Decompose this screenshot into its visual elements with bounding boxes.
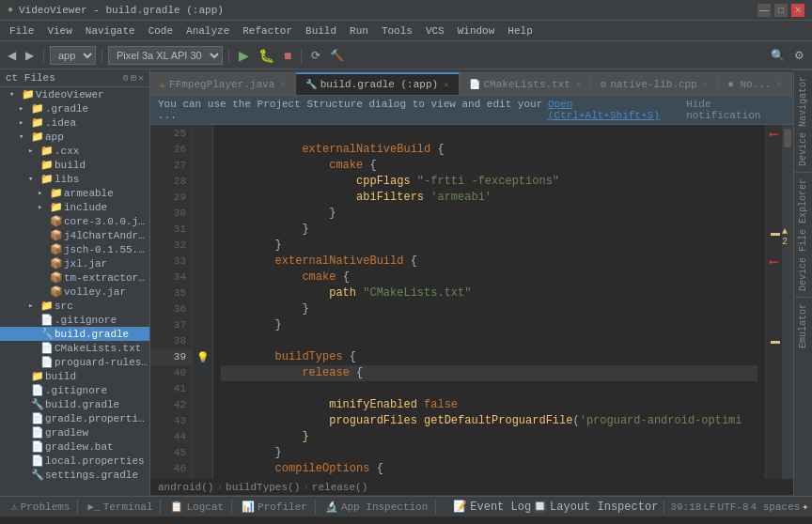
tree-item-proguard[interactable]: ▸ 📄 proguard-rules.pro xyxy=(0,355,149,369)
btab-problems[interactable]: ⚠ Problems xyxy=(4,499,78,515)
line-num-37: 37 xyxy=(150,317,192,333)
tree-item-gitignore-root[interactable]: ▸ 📄 .gitignore xyxy=(0,383,149,397)
run-button[interactable]: ▶ xyxy=(235,46,253,65)
tree-item-gradle[interactable]: ▸ 📁 .gradle xyxy=(0,101,149,116)
editor-area: ☕ FFmpegPlayer.java ✕ 🔧 build.gradle (:a… xyxy=(150,69,793,496)
settings-button[interactable]: ⚙ xyxy=(790,47,808,64)
tab-ffmpeg[interactable]: ☕ FFmpegPlayer.java ✕ xyxy=(150,72,296,95)
menu-code[interactable]: Code xyxy=(143,23,179,39)
stop-button[interactable]: ■ xyxy=(280,46,295,65)
btab-profiler[interactable]: 📊 Profiler xyxy=(234,499,316,515)
logcat-label: Logcat xyxy=(186,501,224,513)
code-line-32: externalNativeBuild { xyxy=(221,254,417,268)
gutter-30 xyxy=(193,206,212,222)
tree-item-build-root[interactable]: ▸ 📁 build xyxy=(0,369,149,383)
tree-item-build-app[interactable]: ▸ 📁 build xyxy=(0,158,149,172)
menu-tools[interactable]: Tools xyxy=(376,23,418,39)
tree-item-volley-jar[interactable]: ▸ 📦 volley.jar xyxy=(0,285,149,299)
menu-run[interactable]: Run xyxy=(344,23,374,39)
tree-item-libs[interactable]: ▾ 📁 libs xyxy=(0,172,149,186)
tab-close-ffmpeg[interactable]: ✕ xyxy=(280,79,285,89)
minimize-button[interactable]: — xyxy=(757,4,771,17)
rpanel-device-file-explorer[interactable]: Device File Explorer xyxy=(795,172,811,297)
tree-item-src[interactable]: ▸ 📁 src xyxy=(0,299,149,313)
breadcrumb-release[interactable]: release() xyxy=(312,482,367,493)
tree-item-gitignore-app[interactable]: ▸ 📄 .gitignore xyxy=(0,313,149,327)
menu-build[interactable]: Build xyxy=(300,23,342,39)
status-event-log[interactable]: 📝 Event Log xyxy=(453,500,531,514)
tree-item-local-properties[interactable]: ▸ 📄 local.properties xyxy=(0,454,149,468)
tab-close-cmakelists[interactable]: ✕ xyxy=(576,79,581,89)
tree-item-gradlew-bat[interactable]: ▸ 📄 gradlew.bat xyxy=(0,439,149,454)
rg-42 xyxy=(766,397,782,413)
menu-file[interactable]: File xyxy=(4,23,39,39)
tab-buildgradle[interactable]: 🔧 build.gradle (:app) ✕ xyxy=(296,72,460,95)
breadcrumb-buildtypes[interactable]: buildTypes() xyxy=(226,482,300,493)
tab-close-nativelib[interactable]: ✕ xyxy=(703,79,708,89)
tree-item-cxx[interactable]: ▸ 📁 .cxx xyxy=(0,144,149,158)
tree-item-videviewer[interactable]: ▾ 📁 VideoViewer xyxy=(0,87,149,101)
rg-28 xyxy=(766,174,782,190)
tree-item-j4l-jar[interactable]: ▸ 📦 j4lChartAndroid.jar xyxy=(0,228,149,242)
btab-app-inspection[interactable]: 🔬 App Inspection xyxy=(318,499,436,515)
tree-arrow: ▾ xyxy=(28,174,39,184)
tree-item-jxl-jar[interactable]: ▸ 📦 jxl.jar xyxy=(0,256,149,270)
tab-close-more[interactable]: ✕ xyxy=(776,79,781,89)
close-button[interactable]: ✕ xyxy=(791,4,804,17)
menu-view[interactable]: View xyxy=(41,23,77,39)
menu-window[interactable]: Window xyxy=(452,23,501,39)
device-selector[interactable]: Pixel 3a XL API 30 xyxy=(108,46,223,65)
menu-vcs[interactable]: VCS xyxy=(420,23,450,39)
menu-analyze[interactable]: Analyze xyxy=(180,23,235,39)
tree-item-include[interactable]: ▸ 📁 include xyxy=(0,200,149,214)
breadcrumb-android[interactable]: android() xyxy=(158,482,213,493)
tree-item-build-gradle[interactable]: ▸ 🔧 build.gradle xyxy=(0,327,149,341)
sync-button[interactable]: ⟳ xyxy=(307,47,324,64)
tree-item-build-gradle-root[interactable]: ▸ 🔧 build.gradle xyxy=(0,397,149,411)
tab-nativelib[interactable]: ⚙ native-lib.cpp ✕ xyxy=(591,72,718,95)
scrollbar[interactable]: ▲ 2 xyxy=(782,125,793,479)
tree-item-armeable[interactable]: ▸ 📁 armeable xyxy=(0,186,149,200)
tree-item-jsch-jar[interactable]: ▸ 📦 jsch-0.1.55.jar xyxy=(0,242,149,256)
tree-item-idea[interactable]: ▸ 📁 .idea xyxy=(0,116,149,130)
tree-item-settings-gradle[interactable]: ▸ 🔧 settings.gradle xyxy=(0,468,149,482)
tree-arrow: ▸ xyxy=(38,188,49,198)
tree-item-gradle-properties[interactable]: ▸ 📄 gradle.properties xyxy=(0,411,149,425)
tab-close-buildgradle[interactable]: ✕ xyxy=(444,80,448,90)
rpanel-emulator[interactable]: Emulator xyxy=(795,297,811,354)
event-log-icon: 📝 xyxy=(453,500,467,514)
btab-logcat[interactable]: 📋 Logcat xyxy=(163,499,232,515)
menu-refactor[interactable]: Refactor xyxy=(237,23,298,39)
line-num-34: 34 xyxy=(150,270,192,285)
rg-45 xyxy=(766,445,782,461)
forward-button[interactable]: ▶ xyxy=(22,47,38,64)
tree-item-tm-jar[interactable]: ▸ 📦 tm-extractors-0.4.jar xyxy=(0,270,149,285)
scroll-thumb[interactable] xyxy=(784,129,791,147)
menu-navigate[interactable]: Navigate xyxy=(80,23,141,39)
tree-item-cmakelists[interactable]: ▸ 📄 CMakeLists.txt xyxy=(0,341,149,355)
search-button[interactable]: 🔍 xyxy=(767,47,789,64)
debug-button[interactable]: 🐛 xyxy=(255,46,278,65)
sidebar-close-icon[interactable]: ✕ xyxy=(138,72,144,84)
app-selector[interactable]: app xyxy=(50,46,96,65)
back-button[interactable]: ◀ xyxy=(4,47,20,64)
build-button[interactable]: 🔨 xyxy=(326,47,348,64)
code-area[interactable]: externalNativeBuild { cmake { cppFlags "… xyxy=(213,125,765,479)
notification-link[interactable]: Open (Ctrl+Alt+Shift+S) xyxy=(548,99,682,121)
tab-more[interactable]: ● No... ✕ xyxy=(718,72,792,95)
sidebar-settings-icon[interactable]: ⚙ xyxy=(123,72,129,84)
tree-item-app[interactable]: ▾ 📁 app xyxy=(0,130,149,144)
rg-29 xyxy=(766,190,782,206)
sidebar-expand-icon[interactable]: ⊞ xyxy=(131,72,136,84)
tab-cmakelists[interactable]: 📄 CMakeLists.txt ✕ xyxy=(460,72,592,95)
status-layout-inspector[interactable]: 🔲 Layout Inspector xyxy=(533,500,658,514)
btab-terminal[interactable]: ▶_ Terminal xyxy=(80,499,161,515)
gutter-39-bulb[interactable]: 💡 xyxy=(193,349,212,365)
tree-item-core-jar[interactable]: ▸ 📦 core-3.0.0.jar xyxy=(0,214,149,228)
tree-item-gradlew[interactable]: ▸ 📄 gradlew xyxy=(0,425,149,439)
rpanel-device-navigator[interactable]: Device Navigator xyxy=(795,69,811,172)
notification-hide[interactable]: Hide notification xyxy=(686,99,786,121)
tree-arrow: ▸ xyxy=(38,202,49,212)
menu-help[interactable]: Help xyxy=(502,23,538,39)
maximize-button[interactable]: □ xyxy=(774,4,788,17)
